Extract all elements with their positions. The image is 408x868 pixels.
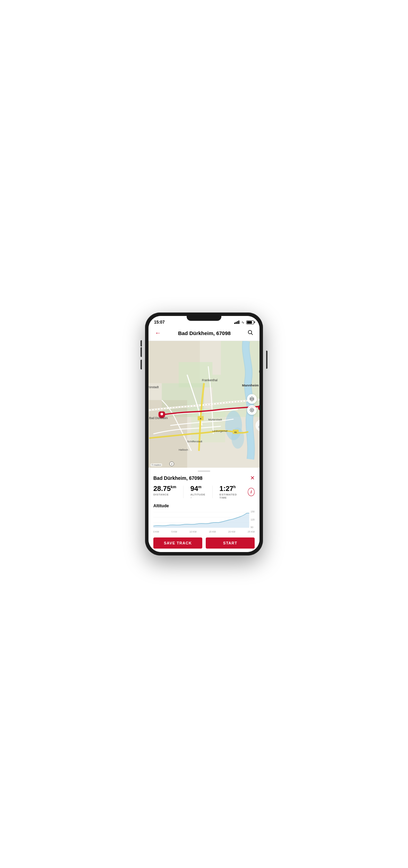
x-label-5: 5 KM — [171, 531, 177, 533]
map-layers-button[interactable] — [247, 394, 257, 404]
panel-drag-handle[interactable] — [153, 468, 255, 475]
svg-text:🚲: 🚲 — [258, 422, 260, 428]
y-label-90: 90 — [250, 526, 255, 528]
y-label-120: 120 — [250, 518, 255, 521]
back-button[interactable]: ← — [153, 328, 162, 338]
svg-text:Mannheim: Mannheim — [242, 383, 259, 387]
altitude-chart-wrapper: 150 120 90 0 KM — [153, 510, 255, 535]
stats-row: 28.75km DISTANCE 94m ALTITUDE ↑ 1:27h — [153, 485, 255, 499]
svg-text:Grünstadt: Grünstadt — [148, 385, 159, 389]
route-panel: Bad Dürkheim, 67098 ✕ 28.75km DISTANCE 9… — [148, 468, 260, 552]
panel-location-title: Bad Dürkheim, 67098 — [153, 475, 203, 481]
svg-text:9: 9 — [200, 417, 202, 420]
phone-screen: 15:07 ∿ ← Bad Dürkheim, 67098 — [148, 316, 260, 552]
distance-label: DISTANCE — [153, 493, 176, 496]
wifi-icon: ∿ — [241, 320, 244, 324]
svg-rect-5 — [221, 341, 260, 375]
header-title: Bad Dürkheim, 67098 — [166, 330, 243, 336]
phone-device: 15:07 ∿ ← Bad Dürkheim, 67098 — [145, 312, 263, 556]
map-info-button[interactable]: i — [169, 461, 174, 466]
svg-text:Bad Dürkheim: Bad Dürkheim — [149, 416, 168, 420]
battery-icon — [246, 320, 254, 324]
stat-altitude: 94m ALTITUDE ↑ — [190, 485, 205, 499]
start-button[interactable]: START — [206, 537, 255, 549]
panel-close-button[interactable]: ✕ — [250, 475, 255, 481]
action-buttons: SAVE TRACK START — [153, 537, 255, 549]
svg-text:61: 61 — [235, 431, 237, 433]
altitude-section: Altitude 150 120 90 — [153, 503, 255, 535]
stat-divider-1 — [183, 486, 184, 498]
time-value: 1:27h — [220, 485, 241, 492]
map-container[interactable]: 9 61 Grünstadt Lamperthal Bobenheim- — [148, 341, 260, 468]
map-controls — [247, 394, 257, 415]
svg-text:Frankenthal: Frankenthal — [202, 378, 218, 382]
panel-header: Bad Dürkheim, 67098 ✕ — [153, 475, 255, 481]
altitude-label: ALTITUDE ↑ — [190, 493, 205, 499]
chart-y-labels: 150 120 90 — [250, 510, 255, 528]
mapbox-attribution: © mapbox — [151, 464, 162, 466]
chart-x-labels: 0 KM 5 KM 10 KM 15 KM 20 KM 25 KM — [153, 530, 255, 533]
power-button[interactable] — [266, 351, 267, 369]
distance-value: 28.75km — [153, 485, 176, 492]
status-time: 15:07 — [154, 320, 165, 325]
search-button[interactable] — [246, 328, 255, 338]
x-label-20: 20 KM — [228, 531, 235, 533]
y-label-150: 150 — [250, 510, 255, 513]
svg-text:Mutterstadt: Mutterstadt — [208, 418, 222, 421]
svg-rect-9 — [192, 409, 225, 442]
svg-line-1 — [252, 333, 253, 335]
time-label: ESTIMATED TIME — [220, 493, 241, 499]
altitude-chart-svg — [153, 510, 255, 528]
svg-text:Limburgerhof: Limburgerhof — [212, 429, 228, 433]
volume-down-button[interactable] — [141, 360, 142, 369]
save-track-button[interactable]: SAVE TRACK — [153, 537, 202, 549]
drag-handle-bar — [198, 470, 210, 472]
stat-divider-2 — [212, 486, 213, 498]
stat-distance: 28.75km DISTANCE — [153, 485, 176, 496]
status-icons: ∿ — [234, 320, 254, 324]
map-view: 9 61 Grünstadt Lamperthal Bobenheim- — [148, 341, 260, 468]
silent-button[interactable] — [141, 340, 142, 347]
map-location-button[interactable] — [247, 405, 257, 415]
svg-text:Lamperthal: Lamperthal — [259, 370, 260, 373]
app-header: ← Bad Dürkheim, 67098 — [148, 326, 260, 341]
stat-time: 1:27h ESTIMATED TIME — [220, 485, 241, 499]
x-label-15: 15 KM — [209, 531, 216, 533]
svg-point-37 — [251, 409, 253, 411]
x-label-0: 0 KM — [153, 531, 159, 533]
battery-fill — [247, 321, 252, 324]
altitude-chart-title: Altitude — [153, 503, 255, 508]
altitude-value: 94m — [190, 485, 205, 492]
svg-text:Haßloch: Haßloch — [179, 448, 188, 451]
x-label-10: 10 KM — [189, 531, 196, 533]
svg-text:Schifferstadt: Schifferstadt — [187, 440, 203, 443]
route-info-button[interactable]: i — [248, 488, 255, 496]
svg-point-18 — [161, 413, 163, 415]
x-label-25: 25 KM — [248, 531, 255, 533]
signal-icon — [234, 320, 239, 324]
volume-up-button[interactable] — [141, 347, 142, 357]
phone-notch — [187, 316, 221, 321]
